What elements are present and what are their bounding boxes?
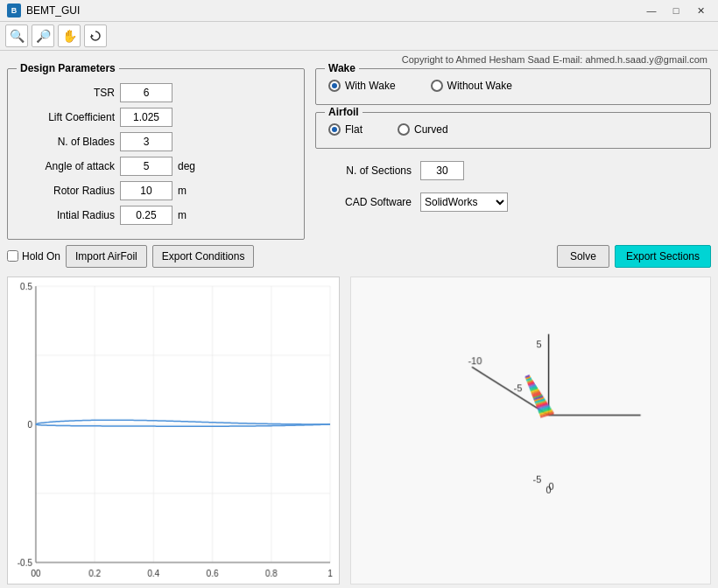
airfoil-radio-group: Flat Curved [328, 120, 698, 139]
hold-on-checkbox[interactable] [7, 250, 18, 262]
toolbar: 🔍 🔎 ✋ [0, 22, 718, 50]
title-bar-left: B BEMT_GUI [7, 4, 80, 18]
wake-title: Wake [325, 62, 359, 74]
with-wake-option[interactable]: With Wake [328, 80, 396, 92]
sections-label: N. of Sections [315, 164, 412, 177]
initial-unit: m [178, 209, 195, 221]
sections-row: N. of Sections [315, 158, 711, 184]
flat-label: Flat [345, 123, 363, 136]
export-conditions-button[interactable]: Export Conditions [152, 245, 255, 268]
flat-option[interactable]: Flat [328, 123, 363, 136]
cad-select[interactable]: SolidWorks CATIA AutoCAD [420, 192, 508, 212]
minimize-button[interactable]: — [641, 3, 662, 18]
initial-label: Intial Radius [18, 209, 115, 221]
bottom-row [7, 276, 711, 584]
solve-button[interactable]: Solve [557, 245, 609, 268]
design-params-panel: Design Parameters TSR Lift Coefficient N… [7, 68, 305, 240]
param-aoa: Angle of attack deg [18, 157, 293, 176]
export-sections-button[interactable]: Export Sections [615, 245, 711, 268]
cad-row: CAD Software SolidWorks CATIA AutoCAD [315, 189, 711, 215]
button-row: Hold On Import AirFoil Export Conditions… [7, 243, 711, 270]
pan-button[interactable]: ✋ [58, 24, 81, 47]
airfoil-panel: Airfoil Flat Curved [315, 112, 711, 149]
rotor-input[interactable] [120, 181, 172, 200]
param-lift: Lift Coefficient [18, 108, 293, 127]
title-bar: B BEMT_GUI — □ ✕ [0, 0, 718, 22]
reset-button[interactable] [84, 24, 107, 47]
window-title: BEMT_GUI [26, 4, 80, 17]
aoa-label: Angle of attack [18, 160, 115, 172]
zoom-in-button[interactable]: 🔍 [5, 24, 28, 47]
wake-radio-group: With Wake Without Wake [328, 76, 698, 95]
tsr-input[interactable] [120, 83, 172, 102]
3d-view-canvas [351, 277, 710, 584]
app-icon: B [7, 4, 21, 18]
airfoil-title: Airfoil [325, 106, 363, 118]
without-wake-radio[interactable] [431, 80, 443, 92]
close-button[interactable]: ✕ [690, 3, 711, 18]
airfoil-chart [8, 277, 339, 584]
curved-option[interactable]: Curved [398, 123, 448, 136]
without-wake-option[interactable]: Without Wake [431, 80, 512, 92]
rotor-label: Rotor Radius [18, 185, 115, 197]
lift-input[interactable] [120, 108, 172, 127]
design-params-title: Design Parameters [17, 62, 119, 74]
curved-label: Curved [414, 123, 448, 136]
tsr-label: TSR [18, 87, 115, 99]
with-wake-radio[interactable] [328, 80, 341, 92]
cad-label: CAD Software [315, 196, 412, 208]
title-bar-controls: — □ ✕ [641, 3, 711, 18]
wake-panel: Wake With Wake Without Wake [315, 68, 711, 105]
blades-input[interactable] [120, 132, 172, 151]
chart-area [7, 276, 340, 584]
hold-on-checkbox-label[interactable]: Hold On [7, 250, 60, 262]
right-panel: Wake With Wake Without Wake Airfoil [315, 68, 711, 240]
hold-on-label: Hold On [22, 250, 60, 262]
without-wake-label: Without Wake [447, 80, 512, 92]
blades-label: N. of Blades [18, 136, 115, 148]
with-wake-label: With Wake [345, 80, 396, 92]
rotor-unit: m [178, 185, 195, 197]
maximize-button[interactable]: □ [665, 3, 686, 18]
main-content: Copyright to Ahmed Hesham Saad E-mail: a… [0, 51, 718, 588]
param-blades: N. of Blades [18, 132, 293, 151]
import-airfoil-button[interactable]: Import AirFoil [66, 245, 147, 268]
initial-input[interactable] [120, 206, 172, 225]
svg-marker-0 [91, 34, 94, 38]
zoom-out-button[interactable]: 🔎 [32, 24, 54, 47]
lift-label: Lift Coefficient [18, 111, 115, 123]
param-rotor: Rotor Radius m [18, 181, 293, 200]
solve-row: Solve Export Sections [557, 243, 711, 270]
aoa-input[interactable] [120, 157, 172, 176]
sections-input[interactable] [420, 161, 464, 180]
flat-radio[interactable] [328, 123, 341, 136]
top-row: Design Parameters TSR Lift Coefficient N… [7, 68, 711, 240]
3d-view-area [350, 276, 711, 584]
param-tsr: TSR [18, 83, 293, 102]
aoa-unit: deg [178, 160, 195, 172]
param-initial: Intial Radius m [18, 206, 293, 225]
curved-radio[interactable] [398, 123, 410, 136]
